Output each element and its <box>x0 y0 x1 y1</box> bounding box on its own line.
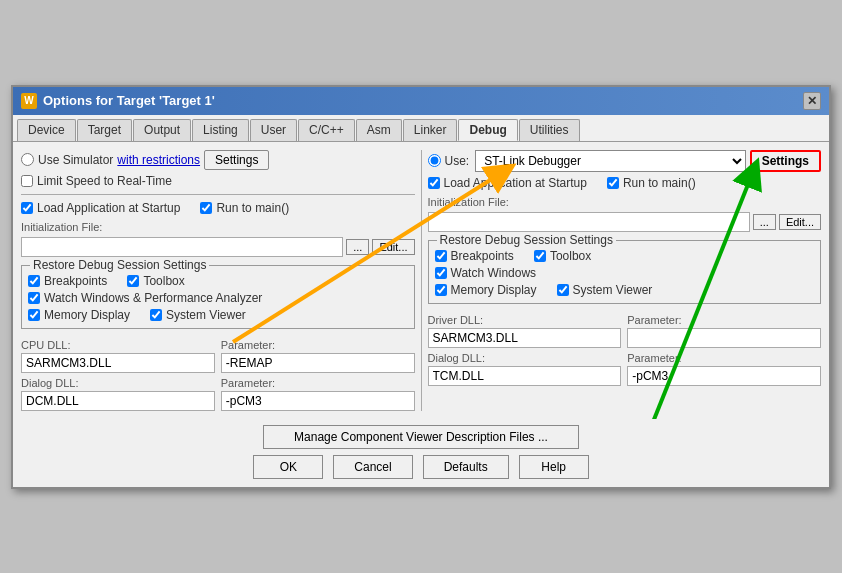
right-dialog-dll-input[interactable] <box>428 366 622 386</box>
driver-param-input[interactable] <box>627 328 821 348</box>
with-restrictions-link[interactable]: with restrictions <box>117 153 200 167</box>
tab-utilities[interactable]: Utilities <box>519 119 580 141</box>
memory-display-label: Memory Display <box>44 308 130 322</box>
use-label: Use: <box>445 154 470 168</box>
cpu-param-input[interactable] <box>221 353 415 373</box>
breakpoints-row: Breakpoints <box>28 274 107 288</box>
ok-button[interactable]: OK <box>253 455 323 479</box>
system-viewer-checkbox[interactable] <box>150 309 162 321</box>
tab-device[interactable]: Device <box>17 119 76 141</box>
init-browse-btn[interactable]: ... <box>346 239 369 255</box>
tab-debug[interactable]: Debug <box>458 119 517 141</box>
help-button[interactable]: Help <box>519 455 589 479</box>
tab-output[interactable]: Output <box>133 119 191 141</box>
right-init-file-row: ... Edit... <box>428 212 822 232</box>
column-divider <box>421 150 422 411</box>
memory-display-row: Memory Display <box>28 308 130 322</box>
right-init-file-label: Initialization File: <box>428 196 822 208</box>
title-bar: W Options for Target 'Target 1' ✕ <box>13 87 829 115</box>
right-settings-button[interactable]: Settings <box>750 150 821 172</box>
right-toolbox-checkbox[interactable] <box>534 250 546 262</box>
left-column: Use Simulator with restrictions Settings… <box>21 150 415 411</box>
right-dialog-param-input[interactable] <box>627 366 821 386</box>
dialog-dll-row: Dialog DLL: Parameter: <box>21 375 415 411</box>
left-restore-title: Restore Debug Session Settings <box>30 258 209 272</box>
right-restore-title: Restore Debug Session Settings <box>437 233 616 247</box>
tab-cpp[interactable]: C/C++ <box>298 119 355 141</box>
tab-linker[interactable]: Linker <box>403 119 458 141</box>
load-app-checkbox[interactable] <box>21 202 33 214</box>
right-memory-display-row: Memory Display <box>435 283 537 297</box>
right-run-main-label: Run to main() <box>623 176 696 190</box>
right-breakpoints-toolbox-row: Breakpoints Toolbox <box>435 249 815 263</box>
tab-listing[interactable]: Listing <box>192 119 249 141</box>
right-watch-windows-row: Watch Windows <box>435 266 815 280</box>
tab-asm[interactable]: Asm <box>356 119 402 141</box>
right-memory-display-label: Memory Display <box>451 283 537 297</box>
cpu-dll-row: CPU DLL: Parameter: <box>21 337 415 373</box>
dialog-buttons: OK Cancel Defaults Help <box>253 455 588 479</box>
tab-target[interactable]: Target <box>77 119 132 141</box>
load-run-row: Load Application at Startup Run to main(… <box>21 201 415 215</box>
cancel-button[interactable]: Cancel <box>333 455 412 479</box>
close-button[interactable]: ✕ <box>803 92 821 110</box>
window-title: Options for Target 'Target 1' <box>43 93 215 108</box>
memory-system-row: Memory Display System Viewer <box>28 308 408 322</box>
right-restore-inner: Breakpoints Toolbox Watch Windows <box>435 249 815 297</box>
toolbox-row: Toolbox <box>127 274 184 288</box>
use-simulator-row: Use Simulator with restrictions Settings <box>21 150 415 170</box>
system-viewer-label: System Viewer <box>166 308 246 322</box>
right-dialog-param-label: Parameter: <box>627 352 821 364</box>
tab-user[interactable]: User <box>250 119 297 141</box>
right-system-viewer-row: System Viewer <box>557 283 653 297</box>
right-system-viewer-checkbox[interactable] <box>557 284 569 296</box>
tabs-bar: Device Target Output Listing User C/C++ … <box>13 115 829 142</box>
right-init-edit-btn[interactable]: Edit... <box>779 214 821 230</box>
limit-speed-checkbox[interactable] <box>21 175 33 187</box>
left-settings-button[interactable]: Settings <box>204 150 269 170</box>
driver-dll-input[interactable] <box>428 328 622 348</box>
watch-windows-label: Watch Windows & Performance Analyzer <box>44 291 262 305</box>
watch-checkbox[interactable] <box>28 292 40 304</box>
run-main-checkbox[interactable] <box>200 202 212 214</box>
right-load-app-checkbox[interactable] <box>428 177 440 189</box>
right-toolbox-row: Toolbox <box>534 249 591 263</box>
right-run-main-checkbox[interactable] <box>607 177 619 189</box>
use-debugger-row: Use: ST-Link Debugger Settings <box>428 150 822 172</box>
use-debugger-radio[interactable] <box>428 154 441 167</box>
dialog-dll-input[interactable] <box>21 391 215 411</box>
breakpoints-checkbox[interactable] <box>28 275 40 287</box>
defaults-button[interactable]: Defaults <box>423 455 509 479</box>
toolbox-checkbox[interactable] <box>127 275 139 287</box>
cpu-param-label: Parameter: <box>221 339 415 351</box>
cpu-dll-input[interactable] <box>21 353 215 373</box>
manage-btn[interactable]: Manage Component Viewer Description File… <box>263 425 579 449</box>
run-main-label: Run to main() <box>216 201 289 215</box>
init-edit-btn[interactable]: Edit... <box>372 239 414 255</box>
driver-dll-label: Driver DLL: <box>428 314 622 326</box>
debugger-dropdown-row: ST-Link Debugger <box>475 150 745 172</box>
toolbox-label: Toolbox <box>143 274 184 288</box>
right-init-file-input[interactable] <box>428 212 750 232</box>
dialog-param-input[interactable] <box>221 391 415 411</box>
system-viewer-row: System Viewer <box>150 308 246 322</box>
memory-display-checkbox[interactable] <box>28 309 40 321</box>
right-toolbox-label: Toolbox <box>550 249 591 263</box>
load-app-label: Load Application at Startup <box>37 201 180 215</box>
cpu-dll-col: CPU DLL: <box>21 337 215 373</box>
right-dialog-dll-col: Dialog DLL: <box>428 350 622 386</box>
right-watch-checkbox[interactable] <box>435 267 447 279</box>
right-dll-section: Driver DLL: Parameter: Dialog DLL: <box>428 312 822 386</box>
right-column: Use: ST-Link Debugger Settings Load Appl… <box>428 150 822 411</box>
driver-param-col: Parameter: <box>627 312 821 348</box>
right-system-viewer-label: System Viewer <box>573 283 653 297</box>
init-file-input[interactable] <box>21 237 343 257</box>
debugger-dropdown[interactable]: ST-Link Debugger <box>475 150 745 172</box>
cpu-param-col: Parameter: <box>221 337 415 373</box>
right-memory-display-checkbox[interactable] <box>435 284 447 296</box>
use-simulator-radio[interactable] <box>21 153 34 166</box>
app-icon: W <box>21 93 37 109</box>
left-restore-inner: Breakpoints Toolbox Watch Windows & Perf… <box>28 274 408 322</box>
right-init-browse-btn[interactable]: ... <box>753 214 776 230</box>
right-breakpoints-checkbox[interactable] <box>435 250 447 262</box>
